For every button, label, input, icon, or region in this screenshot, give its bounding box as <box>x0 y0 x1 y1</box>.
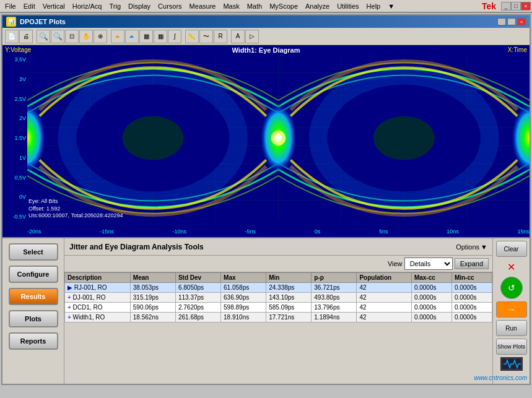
col-stddev: Std Dev <box>175 273 220 283</box>
app-close-btn[interactable]: × <box>517 18 526 25</box>
app-maximize-btn[interactable]: □ <box>507 18 516 25</box>
row-expand-icon[interactable]: ▶ <box>68 284 72 291</box>
menu-file[interactable]: File <box>1 1 20 11</box>
app-minimize-btn[interactable]: _ <box>497 18 506 25</box>
table-row[interactable]: ▶ RJ-001, RO 38.053ps 6.8050ps 61.058ps … <box>65 283 492 293</box>
row-expand-icon[interactable]: + <box>68 294 71 301</box>
tb-measure-btn[interactable]: 📐 <box>185 30 199 43</box>
expand-button[interactable]: Expand <box>455 258 489 269</box>
tb-single-btn[interactable]: ▷ <box>245 30 259 43</box>
tb-autoset-btn[interactable]: A <box>231 30 245 43</box>
options-label: Options <box>456 243 479 251</box>
svg-point-26 <box>122 116 183 160</box>
main-close-btn[interactable]: × <box>521 2 531 11</box>
col-description: Description <box>65 273 131 283</box>
x-tick-2: -15ns <box>100 228 114 235</box>
cell-max: 598.89ps <box>221 303 266 313</box>
cell-population: 42 <box>357 283 411 293</box>
cell-min: 17.721ns <box>266 313 312 322</box>
cell-description: + DCD1, RO <box>65 303 131 313</box>
view-select[interactable]: Details Summary <box>404 257 453 270</box>
table-container[interactable]: Description Mean Std Dev Max Min p-p Pop… <box>64 272 492 384</box>
tb-channel4-btn[interactable]: ▦ <box>154 30 167 43</box>
cell-pp: 36.721ps <box>312 283 357 293</box>
analysis-header: Jitter and Eye Diagram Analysis Tools Op… <box>64 238 492 256</box>
cell-stddev: 261.68ps <box>175 313 220 322</box>
table-row[interactable]: + Width1, RO 18.562ns 261.68ps 18.910ns … <box>65 313 492 322</box>
plot-info-line3: UIs:6000:10007, Total:205028:420294 <box>28 212 123 220</box>
menu-analyze[interactable]: Analyze <box>302 1 333 11</box>
menu-measure[interactable]: Measure <box>186 1 220 11</box>
main-maximize-btn[interactable]: □ <box>511 2 521 11</box>
tb-print-btn[interactable]: 🖨 <box>19 30 33 43</box>
tb-waveform-btn[interactable]: 〜 <box>199 30 213 43</box>
tb-pan-btn[interactable]: ✋ <box>79 30 93 43</box>
cell-population: 42 <box>357 293 411 303</box>
clear-button[interactable]: Clear <box>496 241 527 257</box>
tb-new-btn[interactable]: 📄 <box>5 30 19 43</box>
x-tick-6: 5ns <box>379 228 388 235</box>
x-tick-5: 0s <box>315 228 321 235</box>
cell-min: 24.338ps <box>266 283 312 293</box>
x-tick-3: -10ns <box>172 228 186 235</box>
main-minimize-btn[interactable]: _ <box>501 2 511 11</box>
plots-button[interactable]: Plots <box>9 310 58 327</box>
menu-dropdown[interactable]: ▼ <box>384 1 398 11</box>
cell-mean: 38.053ps <box>130 283 175 293</box>
menu-vertical[interactable]: Vertical <box>39 1 69 11</box>
menu-mask[interactable]: Mask <box>219 1 243 11</box>
menu-edit[interactable]: Edit <box>20 1 39 11</box>
menu-help[interactable]: Help <box>363 1 385 11</box>
table-row[interactable]: + DCD1, RO 590.06ps 2.7620ps 598.89ps 58… <box>65 303 492 313</box>
analysis-title: Jitter and Eye Diagram Analysis Tools <box>69 243 204 251</box>
row-expand-icon[interactable]: + <box>68 314 71 321</box>
tb-ref-btn[interactable]: R <box>214 30 227 43</box>
menu-trig[interactable]: Trig <box>105 1 124 11</box>
show-plots-button[interactable]: Show Plots <box>496 339 527 355</box>
plot-info-line1: Eye: All Bits <box>28 198 123 205</box>
cell-mincc: 0.0000s <box>451 293 492 303</box>
cell-description: + Width1, RO <box>65 313 131 322</box>
y-tick-1: 3.5V <box>14 56 26 63</box>
y-tick-3: 2.5V <box>14 96 26 102</box>
app-title: DPOJET Plots <box>20 18 66 25</box>
options-dropdown-icon: ▼ <box>481 243 487 251</box>
tb-zoom-fit-btn[interactable]: ⊡ <box>65 30 79 43</box>
tb-zoom-in-btn[interactable]: 🔍 <box>37 30 50 43</box>
brand-label: Tek <box>477 1 501 11</box>
y-tick-2: 3V <box>19 76 26 82</box>
tb-cursor-btn[interactable]: ⊕ <box>94 30 107 43</box>
reports-button[interactable]: Reports <box>9 332 58 350</box>
tb-channel3-btn[interactable]: ▦ <box>139 30 153 43</box>
row-expand-icon[interactable]: + <box>68 304 71 311</box>
tb-math-btn[interactable]: ∫ <box>168 30 181 43</box>
menu-cursors[interactable]: Cursors <box>154 1 186 11</box>
cell-mean: 18.562ns <box>130 313 175 322</box>
recalc-button[interactable]: ↺ <box>500 277 523 299</box>
menu-myscope[interactable]: MyScope <box>266 1 302 11</box>
y-axis-ticks: 3.5V 3V 2.5V 2V 1.5V 1V 0.5V 0V -0.5V <box>2 56 27 220</box>
single-button[interactable]: → <box>496 301 527 318</box>
menu-math[interactable]: Math <box>243 1 266 11</box>
y-tick-9: -0.5V <box>12 214 26 220</box>
select-button[interactable]: Select <box>9 243 58 261</box>
y-tick-4: 2V <box>19 115 26 121</box>
menu-display[interactable]: Display <box>124 1 154 11</box>
cell-max: 18.910ns <box>221 313 266 322</box>
cell-description: ▶ RJ-001, RO <box>65 283 131 293</box>
tb-channel2-btn[interactable]: ⏶ <box>125 30 139 43</box>
menu-utilities[interactable]: Utilities <box>333 1 362 11</box>
cell-stddev: 6.8050ps <box>175 283 220 293</box>
app-title-bar: 📊 DPOJET Plots _ □ × <box>2 15 530 28</box>
tb-channel1-btn[interactable]: ⏶ <box>111 30 124 43</box>
col-maxcc: Max-cc <box>411 273 451 283</box>
menu-horizacq[interactable]: Horiz/Acq <box>69 1 106 11</box>
configure-button[interactable]: Configure <box>9 266 58 283</box>
run-button[interactable]: Run <box>496 320 527 336</box>
table-row[interactable]: + DJ-001, RO 315.19ps 113.37ps 636.90ps … <box>65 293 492 303</box>
x-tick-4: -5ns <box>245 228 256 235</box>
tb-zoom-out-btn[interactable]: 🔍 <box>51 30 64 43</box>
results-button[interactable]: Results <box>9 288 58 305</box>
options-button[interactable]: Options ▼ <box>456 243 487 251</box>
x-icon[interactable]: ✕ <box>504 259 519 274</box>
